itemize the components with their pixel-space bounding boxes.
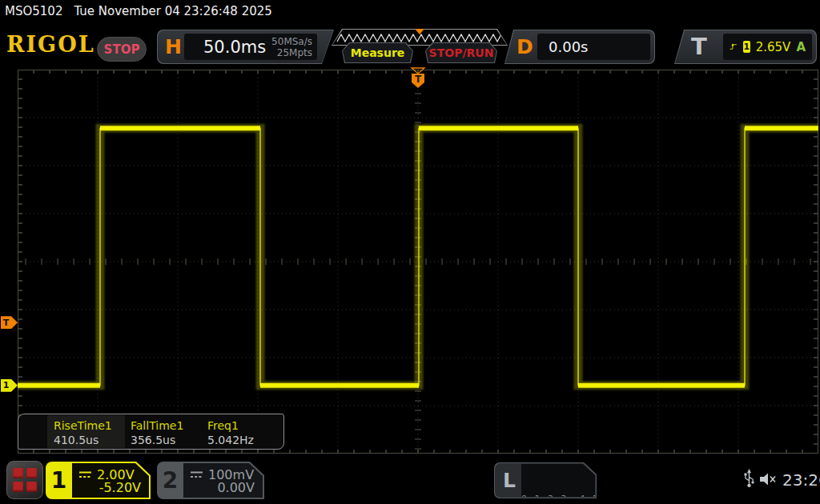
scope-display: T [18,70,818,454]
trigger-sweep-mode: A [796,40,806,54]
delay-value-box[interactable]: 0.00s [537,34,650,60]
timebase-value-box[interactable]: 50.0ms 50MSa/s 25Mpts [184,34,317,60]
menu-grid-icon [13,468,37,492]
trigger-level-marker[interactable]: T [1,316,18,329]
trigger-position-marker[interactable]: T [408,67,428,90]
horizontal-label: H [165,35,182,58]
acquisition-state-badge: STOP [97,37,147,62]
trigger-tab-body: T 1 2.65V A [675,30,816,63]
measurement-label: Freq1 [207,419,239,432]
logic-analyzer-tab[interactable]: L 0 1 2 3 4 5 6 7 8 9 10 11 12 13 14 15 [494,462,597,498]
measurement-value: 356.5us [131,434,175,446]
menu-grid-button[interactable] [6,461,43,499]
trigger-label: T [691,33,707,60]
trigger-level-marker-label: T [1,318,11,328]
delay-tab-body: D 0.00s [505,30,654,63]
trigger-source-chip: 1 [743,41,750,53]
delay-tab[interactable]: D 0.00s [504,30,655,64]
measurement-label: RiseTime1 [54,419,112,432]
trigger-value-box[interactable]: 1 2.65V A [723,34,812,60]
measurement-value: 5.042Hz [207,434,254,446]
stop-run-button[interactable]: STOP/RUN [425,42,497,63]
clock-display: 23:26 [782,470,820,490]
trigger-position-marker-letter: T [415,74,422,85]
digital-channels-row1: 0 1 2 3 4 5 6 7 [521,493,595,504]
status-bar: MSO5102Tue November 04 23:26:48 2025 [5,4,272,18]
preview-trigger-position-icon[interactable] [415,29,424,34]
delay-value: 0.00s [549,38,588,55]
datetime-text: Tue November 04 23:26:48 2025 [74,4,271,18]
logic-analyzer-body: L 0 1 2 3 4 5 6 7 8 9 10 11 12 13 14 15 [495,463,596,498]
trigger-tab[interactable]: T 1 2.65V A [674,30,817,64]
acquisition-rates: 50MSa/s 25Mpts [271,36,312,58]
channel1-number: 1 [46,462,72,499]
channel1-position-marker[interactable]: 1 [1,379,18,392]
memory-depth: 25Mpts [271,47,312,58]
measure-button-label: Measure [351,46,405,59]
channel1-values: 2.00V -5.20V [72,463,149,498]
logic-analyzer-label: L [503,469,516,492]
dc-coupling-icon [78,470,93,479]
channel2-number: 2 [157,462,183,499]
channel2-values: 100mV 0.00V [183,463,263,498]
measure-button[interactable]: Measure [342,42,413,63]
digital-channel-list: 0 1 2 3 4 5 6 7 8 9 10 11 12 13 14 15 [521,464,595,497]
sample-rate: 50MSa/s [271,36,312,47]
measurement-value: 410.5us [54,434,98,446]
model-name: MSO5102 [5,4,62,18]
channel1-marker-label: 1 [1,380,11,390]
trigger-level-value: 2.65V [756,40,791,54]
measurement-results-panel[interactable]: RiseTime1 410.5us FallTime1 356.5us Freq… [18,414,284,450]
rigol-logo: RIGOL [6,32,95,57]
usb-icon [743,469,755,489]
channel2-offset: 0.00V [217,480,255,495]
acquisition-state-label: STOP [104,42,140,57]
timebase-value: 50.0ms [203,38,266,57]
speaker-muted-icon [759,472,778,486]
stop-run-button-label: STOP/RUN [429,46,494,59]
delay-label: D [517,35,533,58]
dc-coupling-icon [190,470,204,479]
channel1-offset: -5.20V [99,480,141,495]
measurement-label: FallTime1 [131,419,183,432]
graticule-and-waveform [18,70,818,454]
rising-edge-icon [730,41,738,53]
horizontal-timebase-tab[interactable]: H 50.0ms 50MSa/s 25Mpts [157,30,334,64]
channel2-tab[interactable]: 2 100mV 0.00V [157,462,264,499]
channel1-tab[interactable]: 1 2.00V -5.20V [46,462,151,499]
horizontal-tab-body: H 50.0ms 50MSa/s 25Mpts [158,30,333,63]
